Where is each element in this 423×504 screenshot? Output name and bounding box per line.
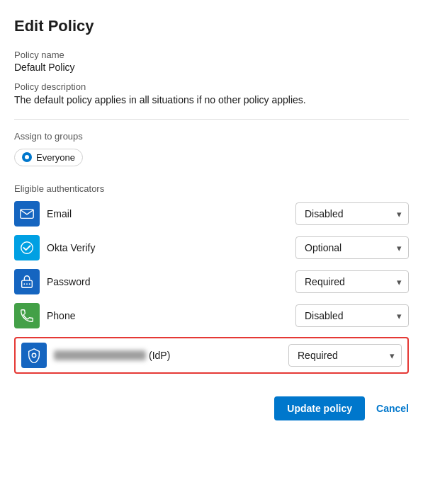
idp-select-wrapper: Disabled Optional Required — [288, 344, 402, 367]
auth-row-email: Email Disabled Optional Required — [14, 201, 409, 227]
assign-groups-label: Assign to groups — [14, 131, 409, 142]
cancel-button[interactable]: Cancel — [376, 403, 409, 414]
okta-verify-icon — [14, 235, 40, 260]
password-select-wrapper: Disabled Optional Required — [295, 270, 409, 293]
svg-point-5 — [29, 283, 30, 285]
okta-verify-name: Okta Verify — [47, 242, 288, 253]
assign-groups-section: Assign to groups Everyone — [14, 131, 409, 166]
policy-description-value: The default policy applies in all situat… — [14, 93, 409, 108]
divider — [14, 119, 409, 120]
idp-row-highlighted: (IdP) Disabled Optional Required — [14, 337, 409, 374]
svg-point-4 — [26, 283, 28, 285]
email-icon — [14, 201, 40, 227]
phone-name: Phone — [47, 310, 288, 321]
everyone-badge[interactable]: Everyone — [14, 149, 83, 166]
idp-name: (IdP) — [54, 350, 281, 361]
everyone-badge-text: Everyone — [36, 152, 75, 163]
idp-select[interactable]: Disabled Optional Required — [288, 344, 402, 367]
footer-buttons: Update policy Cancel — [14, 396, 409, 420]
phone-select[interactable]: Disabled Optional Required — [295, 304, 409, 327]
idp-row-inner: (IdP) Disabled Optional Required — [21, 343, 402, 368]
auth-row-password: Password Disabled Optional Required — [14, 269, 409, 294]
okta-verify-select-wrapper: Disabled Optional Required — [295, 236, 409, 259]
password-name: Password — [47, 276, 288, 287]
svg-point-6 — [32, 353, 36, 357]
policy-name-section: Policy name Default Policy — [14, 50, 409, 73]
idp-icon — [21, 343, 47, 368]
authenticators-section: Eligible authenticators Email Disabled O… — [14, 183, 409, 374]
idp-name-blur — [54, 350, 146, 360]
svg-point-1 — [21, 241, 33, 253]
email-select[interactable]: Disabled Optional Required — [295, 202, 409, 225]
phone-select-wrapper: Disabled Optional Required — [295, 304, 409, 327]
policy-name-value: Default Policy — [14, 62, 409, 73]
page-title: Edit Policy — [14, 17, 409, 35]
password-select[interactable]: Disabled Optional Required — [295, 270, 409, 293]
update-policy-button[interactable]: Update policy — [274, 396, 365, 420]
svg-rect-0 — [21, 209, 33, 218]
policy-name-label: Policy name — [14, 50, 409, 60]
idp-name-suffix: (IdP) — [149, 350, 170, 361]
email-select-wrapper: Disabled Optional Required — [295, 202, 409, 225]
phone-icon — [14, 303, 40, 328]
okta-verify-select[interactable]: Disabled Optional Required — [295, 236, 409, 259]
auth-row-phone: Phone Disabled Optional Required — [14, 303, 409, 328]
policy-description-section: Policy description The default policy ap… — [14, 81, 409, 108]
email-name: Email — [47, 208, 288, 219]
auth-row-okta-verify: Okta Verify Disabled Optional Required — [14, 235, 409, 260]
authenticators-label: Eligible authenticators — [14, 183, 409, 194]
svg-point-3 — [23, 283, 25, 285]
everyone-badge-dot — [22, 152, 32, 162]
policy-description-label: Policy description — [14, 81, 409, 92]
password-icon — [14, 269, 40, 294]
